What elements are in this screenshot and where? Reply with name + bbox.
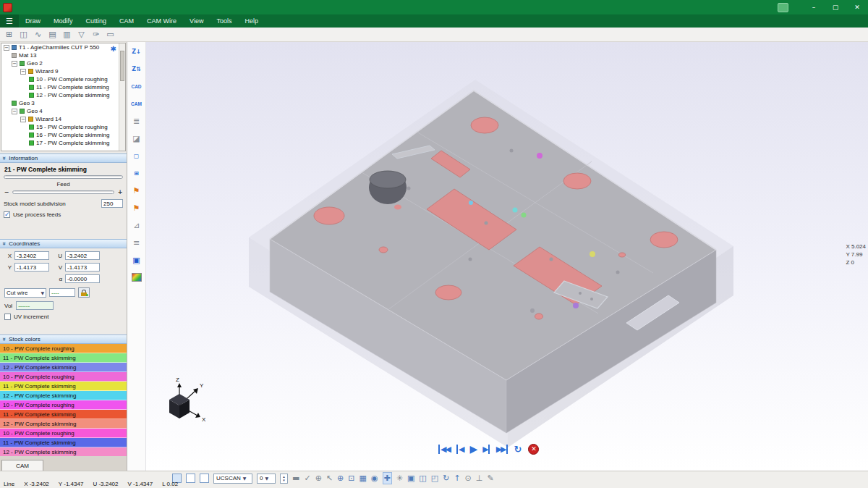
menu-tools[interactable]: Tools: [210, 14, 238, 28]
filter-icon[interactable]: ▽: [75, 29, 88, 41]
tree-item-op16[interactable]: 16 - PW Complete skimming: [1, 131, 125, 139]
u-coordinate-field[interactable]: [65, 251, 100, 260]
menu-draw[interactable]: Draw: [19, 14, 47, 28]
cad-view-button[interactable]: CAD: [129, 80, 143, 92]
stock-subdivision-field[interactable]: [101, 199, 123, 208]
tree-item-geo2[interactable]: − Geo 2: [1, 59, 125, 67]
information-header[interactable]: » Information: [0, 153, 127, 163]
stock-color-row[interactable]: 11 - PW Complete skimming: [0, 353, 127, 363]
tree-item-wizard9[interactable]: − Wizard 9: [1, 67, 125, 75]
menu-cutting[interactable]: Cutting: [80, 14, 114, 28]
tree-expander-icon[interactable]: −: [20, 117, 26, 122]
y-axis-icon[interactable]: ↑: [454, 473, 460, 484]
step-forward-button[interactable]: ▶: [482, 445, 489, 454]
cursor-select-icon[interactable]: ↖: [326, 473, 333, 484]
coordinates-header[interactable]: » Coordinates: [0, 239, 127, 248]
tree-scrollbar-thumb[interactable]: [120, 51, 124, 81]
loop-button[interactable]: ↻: [514, 444, 522, 455]
ruler-icon[interactable]: ▬: [292, 473, 299, 484]
close-button[interactable]: ✕: [846, 0, 868, 14]
validate-check-icon[interactable]: ✓: [304, 473, 310, 484]
tree-expander-icon[interactable]: −: [20, 69, 26, 75]
stock-color-row[interactable]: 10 - PW Complete roughing: [0, 372, 127, 382]
tree-item-op15[interactable]: 15 - PW Complete roughing: [1, 123, 125, 131]
perpendicular-icon[interactable]: ⊥: [476, 473, 483, 484]
layers-icon[interactable]: ◫: [17, 29, 30, 41]
viewport-3d[interactable]: Z Y X X 5.024 Y 7.99 Z 0 ◀◀ ◀ ▶ ▶ ▶▶ ↻ ✕: [146, 42, 868, 471]
z-travel-icon[interactable]: Z⇅: [129, 63, 143, 75]
stop-button[interactable]: ✕: [528, 444, 539, 455]
cam-view-button[interactable]: CAM: [129, 98, 143, 109]
wire-value-field[interactable]: [49, 288, 75, 297]
stock-color-row[interactable]: 10 - PW Complete roughing: [0, 429, 127, 438]
save-view-icon[interactable]: ▣: [129, 254, 143, 266]
refresh-view-icon[interactable]: ↻: [443, 473, 449, 484]
stock-display-icon[interactable]: ≣: [129, 115, 143, 127]
zoom-window-icon[interactable]: ⊡: [348, 473, 354, 484]
tree-item-op12[interactable]: 12 - PW Complete skimming: [1, 91, 125, 99]
protractor-icon[interactable]: ⊙: [465, 473, 472, 484]
maximize-button[interactable]: ▢: [825, 0, 846, 14]
grid-icon[interactable]: ▦: [359, 473, 367, 484]
cut-wire-select[interactable]: Cut wire ▼: [4, 288, 46, 298]
uv-increment-checkbox[interactable]: [4, 314, 11, 320]
menu-view[interactable]: View: [183, 14, 210, 28]
tree-expander-icon[interactable]: −: [4, 45, 9, 51]
stock-color-row[interactable]: 11 - PW Complete skimming: [0, 382, 127, 391]
wire-icon[interactable]: ▭: [104, 29, 116, 41]
box-view-icon[interactable]: ◰: [431, 473, 438, 484]
skip-to-end-button[interactable]: ▶▶: [496, 445, 508, 454]
tree-scrollbar[interactable]: [119, 43, 125, 151]
alpha-coordinate-field[interactable]: [65, 274, 100, 283]
zoom-z-icon[interactable]: Z↓: [129, 46, 143, 57]
vol-field[interactable]: [16, 301, 54, 310]
report-icon[interactable]: ▤: [46, 29, 59, 41]
stock-color-row[interactable]: 10 - PW Complete roughing: [0, 344, 127, 353]
play-button[interactable]: ▶: [469, 443, 476, 455]
cube-view-icon[interactable]: ◫: [419, 473, 426, 484]
section-view-icon[interactable]: ◪: [129, 132, 143, 144]
stock-color-row[interactable]: 12 - PW Complete skimming: [0, 391, 127, 400]
stop-flag-icon[interactable]: ⚑: [129, 202, 143, 214]
viewport-canvas[interactable]: Z Y X: [146, 42, 868, 471]
step-back-button[interactable]: ◀: [456, 445, 463, 454]
menu-modify[interactable]: Modify: [47, 14, 80, 28]
hamburger-menu-icon[interactable]: ☰: [0, 14, 19, 28]
tree-item-op10[interactable]: 10 - PW Complete roughing: [1, 75, 125, 83]
printer-icon[interactable]: ▥: [61, 29, 73, 41]
lock-button[interactable]: [78, 287, 90, 298]
stock-color-row[interactable]: 12 - PW Complete skimming: [0, 363, 127, 372]
v-coordinate-field[interactable]: [65, 263, 100, 272]
color-scale-icon[interactable]: [129, 272, 143, 283]
menu-help[interactable]: Help: [238, 14, 265, 28]
stock-color-row[interactable]: 11 - PW Complete skimming: [0, 410, 127, 419]
view-layout-3-button[interactable]: [200, 474, 209, 483]
x-coordinate-field[interactable]: [14, 251, 49, 260]
stock-colors-header[interactable]: » Stock colors: [0, 335, 127, 344]
curve-icon[interactable]: ∿: [32, 29, 44, 41]
measure-icon[interactable]: ⊿: [129, 219, 143, 231]
tree-item-material[interactable]: Mat 13: [1, 51, 125, 59]
tree-expander-icon[interactable]: −: [12, 61, 17, 67]
skip-to-start-button[interactable]: ◀◀: [438, 445, 450, 454]
pan-move-icon[interactable]: ✚: [383, 472, 392, 484]
menu-cam[interactable]: CAM: [113, 14, 140, 28]
wire-index-select[interactable]: 0 ▼: [257, 474, 276, 484]
minimize-button[interactable]: –: [803, 0, 825, 14]
tree-item-op11[interactable]: 11 - PW Complete skimming: [1, 83, 125, 91]
feed-slider[interactable]: [12, 190, 114, 194]
tab-cam[interactable]: CAM: [1, 460, 43, 471]
layers-list-icon[interactable]: ≡: [129, 237, 143, 248]
sphere-icon[interactable]: ⊕: [315, 473, 322, 484]
stock-color-row[interactable]: 12 - PW Complete skimming: [0, 419, 127, 429]
tree-item-op17[interactable]: 17 - PW Complete skimming: [1, 139, 125, 147]
tree-item-geo3[interactable]: Geo 3: [1, 99, 125, 107]
copy-view-icon[interactable]: ▣: [407, 473, 414, 484]
menu-cam-wire[interactable]: CAM Wire: [140, 14, 183, 28]
value-spinner[interactable]: ▴ ▾: [280, 474, 288, 484]
tree-item-geo4[interactable]: − Geo 4: [1, 107, 125, 115]
view-layout-2-button[interactable]: [186, 474, 195, 483]
screen-icon[interactable]: ⊞: [3, 29, 15, 41]
stock-color-row[interactable]: 11 - PW Complete skimming: [0, 438, 127, 447]
tree-expander-icon[interactable]: −: [12, 109, 17, 114]
